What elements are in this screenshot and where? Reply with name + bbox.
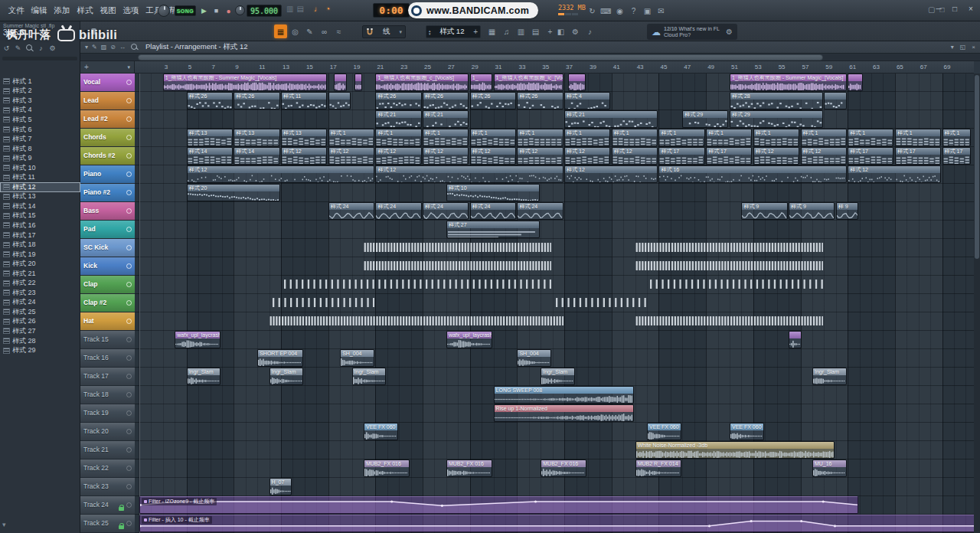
audio-clip[interactable]: 1_熊猫人也有黑眼圈_c_[Vocals]	[375, 74, 469, 91]
menu-down-icon[interactable]: ▾	[951, 44, 954, 51]
paint-icon[interactable]: ▨	[101, 44, 107, 51]
link-icon[interactable]: ∞	[318, 25, 331, 38]
pattern-clip[interactable]: 样式 21	[423, 110, 469, 128]
pattern-list-item[interactable]: 样式 28	[0, 336, 80, 346]
pattern-clip[interactable]: 样式 26	[234, 92, 279, 110]
pattern-clip[interactable]: 样式 24	[375, 202, 421, 220]
slip-icon[interactable]: ↔	[119, 44, 126, 51]
pattern-clip[interactable]: 样式 1	[612, 129, 658, 146]
pattern-list-item[interactable]: 样式 10	[0, 163, 80, 173]
track-channel-icon[interactable]	[126, 300, 132, 306]
audio-clip[interactable]	[354, 74, 363, 91]
pattern-clip[interactable]: 样式 26	[375, 92, 421, 110]
note-icon[interactable]: ♪	[583, 25, 596, 38]
audio-clip[interactable]: wafx_upl_laycrash	[446, 331, 492, 348]
pattern-clip[interactable]: 样 9	[836, 202, 858, 220]
track-channel-icon[interactable]	[126, 466, 132, 471]
track-header[interactable]: Track 16	[80, 349, 135, 368]
audio-clip[interactable]: Ingr_Slam	[352, 368, 387, 385]
beat-clip[interactable]	[635, 257, 823, 275]
audio-clip[interactable]: MUB2_FX 016	[541, 459, 586, 477]
track-header[interactable]: Piano #2	[80, 184, 135, 202]
browser-expand-icon[interactable]: ▾	[2, 521, 6, 528]
track-channel-icon[interactable]	[126, 208, 132, 214]
playlist-grid-icon[interactable]: ▦	[274, 25, 287, 38]
audio-clip[interactable]: SH_004	[517, 349, 551, 367]
pencil-icon[interactable]: ✎	[13, 43, 23, 54]
track-channel-icon[interactable]	[126, 429, 132, 434]
pattern-clip[interactable]: 样式 12	[801, 147, 847, 165]
audio-clip[interactable]: 1_	[470, 74, 492, 91]
search-icon[interactable]	[24, 43, 34, 54]
beat-clip[interactable]	[647, 276, 823, 293]
track-header[interactable]: Track 22	[80, 459, 135, 478]
snap-selector[interactable]: 线 ▾	[362, 25, 406, 38]
settings-icon[interactable]: ⚙	[569, 25, 582, 38]
track-channel-icon[interactable]	[126, 172, 132, 177]
track-header[interactable]: Track 21	[80, 441, 135, 459]
pattern-clip[interactable]: 样式 1	[801, 129, 847, 146]
maximize-icon[interactable]: □	[950, 5, 959, 13]
beat-clip[interactable]	[635, 239, 823, 257]
timeline-ruler[interactable]: 3579111315171921232527293133353739414345…	[135, 61, 974, 74]
pattern-clip[interactable]: 样式 12	[470, 147, 516, 165]
stop-button[interactable]: ■	[211, 5, 222, 17]
track-header[interactable]: Hat	[80, 312, 135, 331]
close-icon[interactable]: ×	[972, 44, 975, 51]
pattern-clip[interactable]: 样式 24	[423, 202, 469, 220]
pattern-clip[interactable]: 样式 17	[706, 147, 752, 165]
save-icon[interactable]: ▣	[642, 5, 653, 17]
audio-clip[interactable]: White Noise-Normalized -3db	[635, 441, 835, 459]
audio-clip[interactable]: Rise up 1-Normalized	[494, 404, 635, 422]
fl-cloud-notification[interactable]: ☁ 12/10What's new in FL Cloud Pro? ⚙	[647, 24, 737, 40]
track-header[interactable]: SC Kick	[80, 239, 135, 257]
track-header[interactable]: Track 17	[80, 368, 135, 386]
track-channel-icon[interactable]	[126, 410, 132, 416]
pattern-list-item[interactable]: 样式 12	[0, 182, 80, 192]
detach-icon[interactable]: ◱	[960, 44, 966, 51]
beat-clip[interactable]	[281, 276, 551, 293]
pattern-list-item[interactable]: 样式 9	[0, 153, 80, 163]
channel-rack-icon[interactable]: ▦	[485, 25, 498, 38]
pattern-clip[interactable]	[328, 92, 351, 110]
track-channel-icon[interactable]	[126, 153, 132, 159]
delete-icon[interactable]: ⊘	[110, 44, 116, 51]
audio-clip[interactable]: SH_004	[340, 349, 374, 367]
track-channel-icon[interactable]	[126, 263, 132, 269]
pattern-clip[interactable]: 样式 10	[446, 184, 540, 201]
track-header[interactable]: Track 18	[80, 386, 135, 404]
track-channel-icon[interactable]	[126, 392, 132, 397]
pattern-clip[interactable]: 样式 12	[848, 165, 941, 183]
audio-clip[interactable]: 1_熊猫人也有黑眼圈 - Summer Magic_[Vocals]	[163, 74, 327, 91]
track-header[interactable]: Lead	[80, 92, 135, 110]
track-channel-icon[interactable]	[126, 521, 132, 526]
track-header[interactable]: Chords #2	[80, 147, 135, 165]
pattern-clip[interactable]: 样式 12	[517, 147, 563, 165]
track-channel-icon[interactable]	[126, 374, 132, 379]
audio-clip[interactable]	[789, 331, 802, 348]
audio-clip[interactable]: MUB2_FX 016	[446, 459, 492, 477]
audio-clip[interactable]: Ingr_Slam	[187, 368, 221, 385]
pattern-list-item[interactable]: 样式 2	[0, 87, 80, 96]
audio-clip[interactable]: H_07	[270, 478, 292, 495]
pattern-clip[interactable]: 样式 24	[328, 202, 374, 220]
pattern-clip[interactable]: 样式 12	[328, 147, 374, 165]
overdub-icon[interactable]: ▤	[296, 5, 303, 13]
lock-icon[interactable]	[119, 507, 124, 511]
pattern-clip[interactable]: 样式 16	[658, 165, 846, 183]
audio-clip[interactable]: wafx_upl_laycrash	[175, 331, 220, 348]
track-header[interactable]: Track 15	[80, 331, 135, 349]
pattern-list-item[interactable]: 样式 4	[0, 106, 80, 116]
pattern-list-item[interactable]: 样式 27	[0, 326, 80, 336]
master-volume-knob[interactable]	[235, 5, 245, 15]
help-icon[interactable]: ?	[628, 5, 639, 17]
gear-icon[interactable]: ⚙	[47, 43, 57, 54]
track-header[interactable]: Chords	[80, 129, 135, 147]
pattern-list-item[interactable]: 样式 11	[0, 172, 80, 182]
audio-clip[interactable]: Ingr_Slam	[270, 368, 304, 385]
pattern-clip[interactable]: 样式 1	[658, 129, 704, 146]
pattern-list-item[interactable]: 样式 24	[0, 298, 80, 308]
audio-clip[interactable]: MUB2 R_FX 014	[635, 459, 681, 477]
track-header[interactable]: Vocal	[80, 74, 135, 92]
pattern-clip[interactable]: 样式 12	[187, 165, 374, 183]
